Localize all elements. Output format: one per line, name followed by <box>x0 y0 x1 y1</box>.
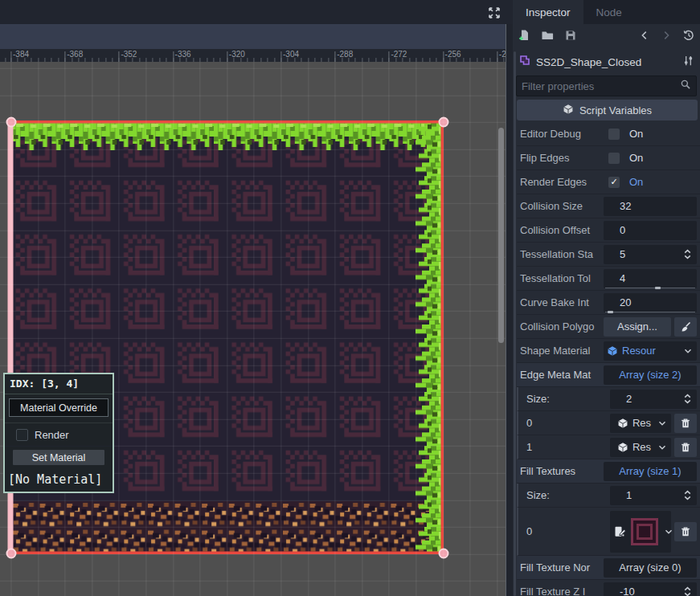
array-size-label: Array (size 1) <box>619 465 681 477</box>
slider-grabber[interactable] <box>655 287 661 289</box>
history-back-icon[interactable] <box>639 30 650 44</box>
edited-object-row: SS2D_Shape_Closed <box>513 50 700 74</box>
filter-row: Filter properties <box>513 74 700 98</box>
resource-picker[interactable]: Resour <box>604 341 697 361</box>
edited-object-name: SS2D_Shape_Closed <box>536 56 677 68</box>
new-resource-icon[interactable] <box>518 29 530 45</box>
property-label: 1 <box>523 441 610 453</box>
spinner-updown-icon[interactable] <box>682 248 694 263</box>
edit-texture-icon[interactable] <box>613 525 626 538</box>
property-value: 4 <box>604 269 697 288</box>
property-label: Tessellation Sta <box>517 248 604 260</box>
property-label: Shape Material <box>517 345 604 357</box>
chevron-down-icon[interactable] <box>657 442 668 453</box>
property-row-edge-meta-mat: Edge Meta MatArray (size 2) <box>517 363 700 387</box>
property-row-0: 0 <box>517 508 700 556</box>
history-icon[interactable] <box>682 29 695 45</box>
shape-grass-top-edge <box>11 122 444 154</box>
canvas-toolbar <box>0 24 506 49</box>
object-tools-icon[interactable] <box>682 55 694 70</box>
chevron-down-icon[interactable] <box>682 345 694 360</box>
delete-array-item-button[interactable] <box>674 438 697 457</box>
resource-picker[interactable]: Res <box>610 414 671 433</box>
scene-toolbar <box>0 0 513 24</box>
property-row-tessellation-sta: Tessellation Sta5 <box>517 243 700 267</box>
canvas-vertical-scrollbar[interactable] <box>498 128 504 343</box>
value-field[interactable]: 20 <box>604 293 697 312</box>
spinner-updown-icon[interactable] <box>682 393 694 408</box>
value-field[interactable]: 1 <box>610 486 697 505</box>
render-label: Render <box>35 429 69 441</box>
tab-inspector[interactable]: Inspector <box>513 0 583 24</box>
property-row-flip-edges: Flip EdgesOn <box>517 146 700 170</box>
horizontal-ruler: -384-368-352-336-320-304-288-272-256-240 <box>0 49 506 63</box>
property-value: Res <box>610 414 697 433</box>
vertex-handle[interactable] <box>7 549 16 558</box>
ss2d-shape-icon <box>518 54 531 70</box>
inspector-scrollbar[interactable] <box>514 51 516 596</box>
numeric-value: 5 <box>607 248 625 260</box>
property-row-shape-material: Shape Material Resour <box>517 339 700 363</box>
godot-editor: -384-368-352-336-320-304-288-272-256-240 <box>0 0 700 596</box>
value-field[interactable]: 0 <box>604 221 697 240</box>
property-value <box>610 511 697 553</box>
property-row-editor-debug: Editor DebugOn <box>517 122 700 146</box>
viewport-pane: -384-368-352-336-320-304-288-272-256-240 <box>0 0 513 596</box>
load-resource-icon[interactable] <box>541 29 554 45</box>
chevron-down-icon[interactable] <box>663 526 674 537</box>
checkbox[interactable] <box>608 129 620 140</box>
spinner-updown-icon[interactable] <box>682 489 694 504</box>
material-override-button[interactable]: Material Override <box>9 398 108 417</box>
array-toggle[interactable]: Array (size 1) <box>604 462 697 481</box>
property-label: Collision Offset <box>517 224 604 236</box>
value-field[interactable]: 2 <box>610 390 697 409</box>
clear-broom-button[interactable] <box>674 317 697 337</box>
delete-array-item-button[interactable] <box>674 522 697 541</box>
history-forward-icon[interactable] <box>661 30 672 44</box>
property-label: 0 <box>523 525 610 537</box>
chevron-down-icon[interactable] <box>657 418 668 429</box>
spinner-updown-icon[interactable] <box>682 586 694 596</box>
value-field[interactable]: 4 <box>604 269 697 288</box>
property-label: Fill Textures <box>517 465 604 477</box>
property-label: Render Edges <box>517 176 604 188</box>
checkbox[interactable]: ✓ <box>608 177 620 188</box>
slider-track[interactable] <box>605 288 695 288</box>
value-field[interactable]: 32 <box>604 197 697 216</box>
vertex-handle[interactable] <box>7 118 16 127</box>
array-size-label: Array (size 2) <box>619 369 681 381</box>
property-row-0: 0 Res <box>517 411 700 435</box>
tab-node[interactable]: Node <box>583 0 635 24</box>
vertex-handle[interactable] <box>440 549 448 558</box>
filter-properties-input[interactable]: Filter properties <box>516 76 697 96</box>
array-toggle[interactable]: Array (size 2) <box>604 365 697 385</box>
property-value: 1 <box>610 486 697 505</box>
ruler-label: -288 <box>337 50 353 59</box>
texture-thumbnail[interactable] <box>631 518 658 545</box>
slider-track[interactable] <box>605 312 695 312</box>
render-checkbox[interactable] <box>16 429 28 441</box>
array-toggle[interactable]: Array (size 0) <box>604 558 697 578</box>
resource-picker[interactable]: Res <box>610 438 671 457</box>
value-field[interactable]: -10 <box>604 582 697 596</box>
checkbox[interactable] <box>608 153 620 164</box>
property-value: 0 <box>604 221 697 240</box>
property-value: -10 <box>604 582 697 596</box>
dock-tab-bar: Inspector Node <box>513 0 700 24</box>
expand-viewport-icon[interactable] <box>487 6 501 23</box>
inspector-body: Script Variables Editor DebugOnFlip Edge… <box>517 98 700 596</box>
set-material-button[interactable]: Set Material <box>13 450 104 465</box>
delete-array-item-button[interactable] <box>674 414 697 433</box>
2d-canvas[interactable] <box>0 62 506 596</box>
section-script-variables[interactable]: Script Variables <box>517 100 698 120</box>
texture-picker[interactable] <box>610 511 671 553</box>
value-field[interactable]: 5 <box>604 245 697 264</box>
property-label: Edge Meta Mat <box>517 369 604 381</box>
save-resource-icon[interactable] <box>564 29 577 45</box>
vertex-handle[interactable] <box>440 118 448 127</box>
numeric-value: 32 <box>607 200 631 212</box>
search-icon <box>680 79 691 93</box>
assign-button[interactable]: Assign... <box>604 317 671 337</box>
slider-grabber[interactable] <box>608 311 613 313</box>
edge-material-popup: IDX: [3, 4] Material Override Render Set… <box>3 373 114 493</box>
